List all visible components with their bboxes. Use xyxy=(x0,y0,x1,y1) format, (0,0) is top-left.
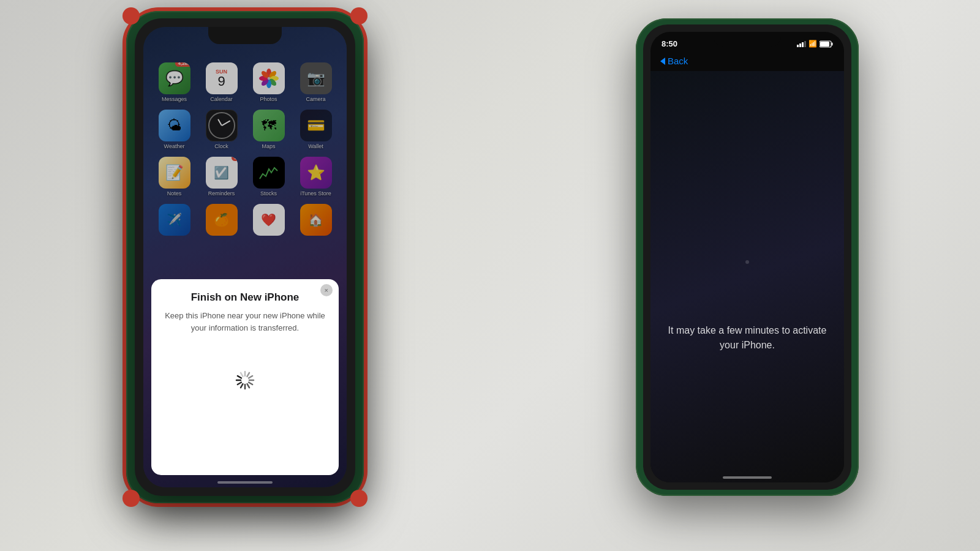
status-time: 8:50 xyxy=(662,39,677,48)
right-notch xyxy=(714,32,781,47)
back-label: Back xyxy=(668,56,688,66)
home-indicator-right xyxy=(723,476,772,479)
battery-icon xyxy=(820,40,833,48)
svg-line-20 xyxy=(241,373,243,377)
svg-line-17 xyxy=(238,383,241,385)
left-phone: 💬 4,288 Messages SUN 9 Calendar xyxy=(135,18,355,496)
bumper-bottom-right xyxy=(350,490,368,507)
left-phone-screen: 💬 4,288 Messages SUN 9 Calendar xyxy=(143,27,347,487)
activation-screen: It may take a few minutes to activateyou… xyxy=(650,71,844,482)
activation-message: It may take a few minutes to activateyou… xyxy=(668,323,827,353)
bumper-bottom-left xyxy=(123,490,140,507)
svg-line-13 xyxy=(249,383,252,385)
modal-sheet: × Finish on New iPhone Keep this iPhone … xyxy=(151,279,338,475)
svg-line-16 xyxy=(241,384,243,388)
wifi-icon: 📶 xyxy=(809,40,817,48)
signal-bars-icon xyxy=(797,41,806,47)
svg-line-14 xyxy=(247,384,250,388)
right-phone-body: 8:50 📶 xyxy=(643,24,851,490)
right-phone: 8:50 📶 xyxy=(643,24,851,490)
activation-graphic xyxy=(663,201,832,323)
left-phone-body: 💬 4,288 Messages SUN 9 Calendar xyxy=(135,18,355,496)
bumper-top-left xyxy=(123,7,140,24)
modal-close-button[interactable]: × xyxy=(320,284,333,296)
modal-overlay: × Finish on New iPhone Keep this iPhone … xyxy=(143,27,347,487)
modal-body: Keep this iPhone near your new iPhone wh… xyxy=(162,310,327,334)
svg-point-24 xyxy=(745,260,749,264)
svg-rect-23 xyxy=(820,42,829,47)
back-button[interactable]: Back xyxy=(650,51,844,71)
scene: 💬 4,288 Messages SUN 9 Calendar xyxy=(0,0,980,551)
modal-title: Finish on New iPhone xyxy=(191,291,300,304)
right-phone-screen: 8:50 📶 xyxy=(650,32,844,482)
loading-spinner xyxy=(235,370,255,390)
svg-line-19 xyxy=(238,376,241,378)
back-chevron-icon xyxy=(660,58,665,65)
svg-line-11 xyxy=(249,376,252,378)
svg-rect-22 xyxy=(832,42,833,45)
bumper-top-right xyxy=(350,7,368,24)
status-icons: 📶 xyxy=(797,40,833,48)
svg-line-10 xyxy=(247,373,250,377)
